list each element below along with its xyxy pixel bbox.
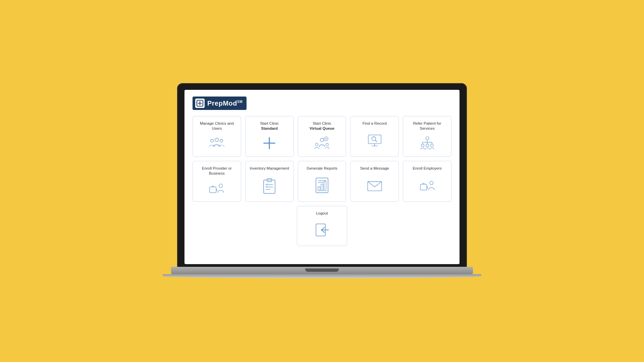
enroll-employers-card[interactable]: Enroll Employers — [403, 161, 451, 202]
svg-rect-36 — [318, 187, 320, 191]
svg-point-8 — [320, 138, 324, 141]
card-grid-row2: Enroll Provider or Business — [193, 161, 451, 202]
logout-row: Logout — [193, 206, 451, 246]
generate-reports-card[interactable]: Generate Reports — [298, 161, 346, 202]
start-clinic-standard-title: Start ClinicStandard — [260, 121, 279, 131]
send-message-icon — [366, 174, 383, 197]
refer-patient-card[interactable]: Refer Patient for Services — [403, 116, 451, 157]
svg-rect-29 — [210, 187, 216, 192]
logo-box: PrepModSM — [193, 97, 247, 110]
enroll-employers-title: Enroll Employers — [413, 166, 442, 171]
svg-point-27 — [430, 144, 433, 147]
svg-point-10 — [326, 143, 329, 146]
refer-patient-title: Refer Patient for Services — [407, 121, 448, 131]
inventory-icon — [261, 174, 278, 197]
send-message-card[interactable]: Send a Message — [350, 161, 399, 202]
enroll-provider-title: Enroll Provider or Business — [196, 166, 237, 176]
svg-rect-14 — [368, 135, 381, 144]
start-clinic-virtual-icon — [313, 134, 331, 152]
start-clinic-virtual-title: Start ClinicVirtual Queue — [310, 121, 335, 131]
card-grid-row1: Manage Clinics and Users — [193, 116, 451, 157]
svg-point-4 — [211, 139, 214, 142]
svg-point-42 — [430, 181, 433, 185]
svg-point-9 — [315, 143, 318, 146]
find-record-icon — [366, 129, 383, 152]
manage-clinics-title: Manage Clinics and Users — [196, 121, 237, 131]
find-record-card[interactable]: Find a Record — [350, 116, 399, 157]
inventory-title: Inventory Management — [250, 166, 289, 171]
svg-point-28 — [219, 184, 222, 187]
svg-point-25 — [426, 144, 429, 147]
start-clinic-standard-icon — [261, 134, 278, 152]
manage-clinics-icon — [208, 134, 225, 152]
logo-text: PrepModSM — [207, 100, 243, 107]
laptop-wrapper: PrepModSM Manage Clinics and Users — [171, 84, 473, 278]
svg-rect-30 — [264, 180, 275, 193]
svg-point-23 — [421, 144, 424, 147]
laptop-base — [171, 267, 473, 274]
svg-point-5 — [220, 139, 223, 142]
manage-clinics-card[interactable]: Manage Clinics and Users — [193, 116, 241, 157]
svg-rect-37 — [321, 184, 323, 191]
logout-icon — [313, 219, 331, 241]
laptop-screen: PrepModSM Manage Clinics and Users — [184, 90, 460, 264]
generate-reports-icon — [313, 174, 331, 197]
logo-icon — [195, 99, 205, 108]
laptop-bottom-shadow — [163, 274, 481, 278]
svg-rect-38 — [324, 181, 326, 191]
laptop-bezel: PrepModSM Manage Clinics and Users — [178, 84, 466, 267]
logout-title: Logout — [316, 211, 328, 216]
svg-point-3 — [215, 138, 218, 141]
start-clinic-virtual-card[interactable]: Start ClinicVirtual Queue — [298, 116, 346, 157]
svg-rect-43 — [420, 184, 427, 190]
enroll-provider-icon — [208, 179, 225, 197]
inventory-card[interactable]: Inventory Management — [245, 161, 294, 202]
send-message-title: Send a Message — [360, 166, 389, 171]
logo-bar: PrepModSM — [193, 97, 451, 110]
svg-point-17 — [372, 137, 376, 141]
laptop-notch — [305, 268, 339, 272]
svg-line-18 — [375, 140, 377, 142]
generate-reports-title: Generate Reports — [307, 166, 337, 171]
find-record-title: Find a Record — [363, 121, 387, 126]
app-content: PrepModSM Manage Clinics and Users — [184, 90, 460, 254]
start-clinic-standard-card[interactable]: Start ClinicStandard — [245, 116, 294, 157]
enroll-provider-card[interactable]: Enroll Provider or Business — [193, 161, 241, 202]
svg-point-19 — [426, 136, 429, 140]
refer-patient-icon — [419, 134, 436, 152]
enroll-employers-icon — [419, 174, 436, 197]
logout-card[interactable]: Logout — [297, 206, 347, 246]
